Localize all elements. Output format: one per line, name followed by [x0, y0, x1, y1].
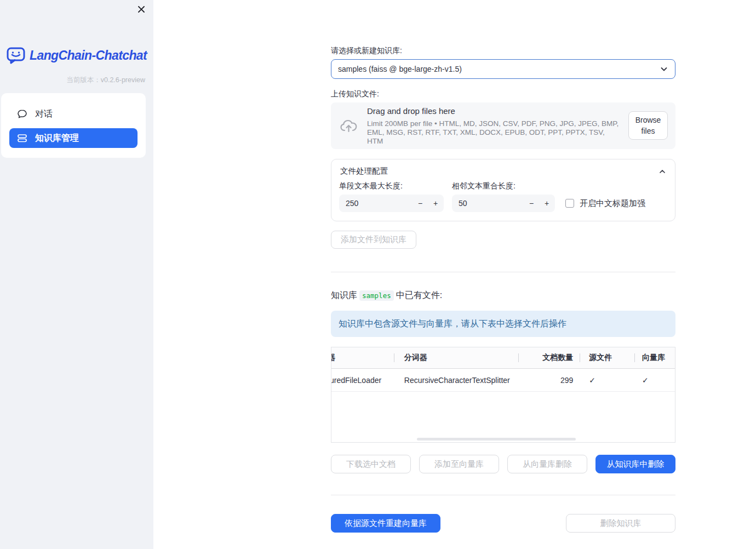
- sidebar-item-kb-management[interactable]: 知识库管理: [9, 128, 138, 148]
- divider: [331, 272, 675, 272]
- main-content: 请选择或新建知识库: samples (faiss @ bge-large-zh…: [331, 0, 675, 533]
- add-files-to-kb-button[interactable]: 添加文件到知识库: [331, 231, 416, 249]
- info-alert-text: 知识库中包含源文件与向量库，请从下表中选择文件后操作: [339, 318, 566, 330]
- version-caption: 当前版本：v0.2.6-preview: [66, 76, 145, 85]
- dropzone-limit-text: Limit 200MB per file • HTML, MD, JSON, C…: [367, 119, 621, 146]
- overlap-size-label: 相邻文本重合长度:: [452, 181, 555, 191]
- table-row[interactable]: uredFileLoader RecursiveCharacterTextSpl…: [331, 369, 675, 392]
- kb-files-suffix: 中已有文件:: [396, 290, 442, 300]
- cell-splitter: RecursiveCharacterTextSplitter: [394, 376, 519, 385]
- table-header-splitter: 分词器: [394, 353, 519, 363]
- chunk-size-label: 单段文本最大长度:: [339, 181, 444, 191]
- delete-from-vector-store-button[interactable]: 从向量库删除: [507, 455, 587, 473]
- delete-kb-button[interactable]: 删除知识库: [566, 514, 675, 533]
- chat-bubble-icon: [17, 109, 27, 119]
- file-config-expander: 文件处理配置 单段文本最大长度: − + 相邻文本重合长度: − +: [331, 159, 675, 221]
- chunk-size-decrement-button[interactable]: −: [413, 195, 427, 212]
- add-to-vector-store-button[interactable]: 添加至向量库: [419, 455, 499, 473]
- version-value: v0.2.6-preview: [101, 76, 145, 84]
- kb-bottom-actions: 依据源文件重建向量库 删除知识库: [331, 514, 675, 533]
- kb-files-table[interactable]: 器 分词器 文档数量 源文件 向量库 uredFileLoader Recurs…: [331, 347, 675, 443]
- divider: [331, 495, 675, 495]
- sidebar-item-dialogue[interactable]: 对话: [9, 104, 138, 124]
- sidebar-item-label: 知识库管理: [35, 133, 79, 144]
- chevron-down-icon: [660, 65, 668, 73]
- info-alert: 知识库中包含源文件与向量库，请从下表中选择文件后操作: [331, 311, 675, 337]
- table-header-vector-store: 向量库: [634, 353, 675, 363]
- table-header-doc-count: 文档数量: [518, 353, 580, 363]
- upload-label: 上传知识文件:: [331, 89, 675, 99]
- chat-smiley-logo-icon: [7, 47, 25, 64]
- overlap-size-decrement-button[interactable]: −: [524, 195, 539, 212]
- overlap-size-input-group: − +: [452, 195, 555, 212]
- overlap-size-increment-button[interactable]: +: [540, 195, 554, 212]
- zh-title-checkbox[interactable]: [565, 199, 574, 208]
- browse-files-button[interactable]: Browse files: [628, 111, 668, 140]
- app-title: LangChain-Chatchat: [30, 48, 147, 63]
- table-header-source-file: 源文件: [580, 353, 634, 363]
- expander-title: 文件处理配置: [340, 166, 388, 176]
- file-dropzone[interactable]: Drag and drop files here Limit 200MB per…: [331, 102, 675, 149]
- version-label: 当前版本：: [66, 76, 101, 84]
- delete-from-kb-button[interactable]: 从知识库中删除: [595, 455, 675, 473]
- kb-files-heading: 知识库samples中已有文件:: [331, 290, 675, 301]
- chunk-size-input-group: − +: [339, 195, 444, 212]
- zh-title-checkbox-label: 开启中文标题加强: [580, 198, 645, 209]
- dropzone-title: Drag and drop files here: [367, 106, 621, 116]
- table-header-loader: 器: [331, 353, 394, 363]
- download-selected-button[interactable]: 下载选中文档: [331, 455, 411, 473]
- sidebar: LangChain-Chatchat 当前版本：v0.2.6-preview 对…: [0, 0, 153, 549]
- expander-header[interactable]: 文件处理配置: [331, 159, 675, 181]
- knowledge-base-icon: [17, 133, 27, 143]
- table-header-row: 器 分词器 文档数量 源文件 向量库: [331, 347, 675, 369]
- cell-doc-count: 299: [518, 376, 580, 385]
- cloud-upload-icon: [340, 118, 358, 134]
- sidebar-close-icon[interactable]: [136, 4, 146, 14]
- cell-vector-store-check: ✓: [634, 376, 675, 385]
- chunk-size-input[interactable]: [346, 195, 398, 212]
- chevron-up-icon: [658, 168, 666, 175]
- sidebar-menu: 对话 知识库管理: [1, 93, 146, 158]
- app-logo: LangChain-Chatchat: [7, 47, 147, 64]
- overlap-size-input[interactable]: [459, 195, 511, 212]
- chunk-size-increment-button[interactable]: +: [428, 195, 443, 212]
- kb-select-value: samples (faiss @ bge-large-zh-v1.5): [338, 65, 660, 73]
- rebuild-vector-store-button[interactable]: 依据源文件重建向量库: [331, 514, 440, 533]
- table-horizontal-scrollbar[interactable]: [417, 438, 576, 441]
- cell-loader: uredFileLoader: [331, 376, 394, 385]
- kb-select[interactable]: samples (faiss @ bge-large-zh-v1.5): [331, 59, 675, 79]
- kb-files-prefix: 知识库: [331, 290, 357, 300]
- kb-name-code: samples: [359, 290, 394, 301]
- table-action-buttons: 下载选中文档 添加至向量库 从向量库删除 从知识库中删除: [331, 455, 675, 473]
- cell-source-file-check: ✓: [580, 376, 634, 385]
- kb-select-label: 请选择或新建知识库:: [331, 46, 675, 55]
- sidebar-item-label: 对话: [35, 108, 53, 120]
